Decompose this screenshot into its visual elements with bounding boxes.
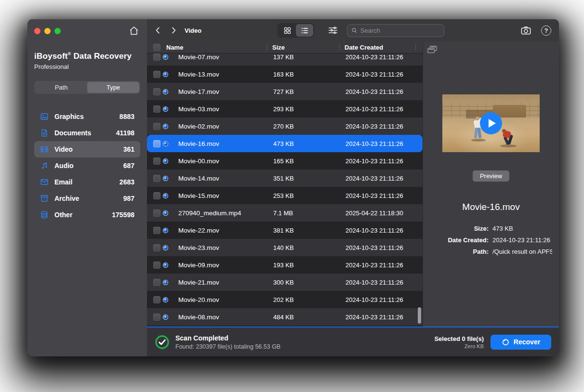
app-window: iBoysoft® Data Recovery Professional Pat… (27, 19, 559, 356)
sidebar-item-graphics[interactable]: Graphics8883 (34, 108, 140, 125)
row-checkbox[interactable] (153, 261, 160, 269)
file-date: 2024-10-23 21:11:26 (341, 53, 423, 61)
minimize-window-button[interactable] (44, 28, 51, 34)
search-box (347, 24, 444, 37)
row-checkbox[interactable] (153, 140, 160, 147)
table-row[interactable]: Movie-15.mov253 KB2024-10-23 21:11:26 (147, 187, 423, 204)
row-checkbox[interactable] (153, 71, 160, 78)
file-table: Name Size Date Created Movie-07.mov137 K… (147, 41, 423, 327)
row-checkbox[interactable] (153, 209, 160, 217)
row-checkbox[interactable] (153, 88, 160, 95)
documents-icon (40, 129, 49, 137)
detach-preview-icon[interactable] (427, 45, 438, 54)
row-checkbox[interactable] (153, 53, 160, 61)
column-header-size[interactable]: Size (267, 41, 340, 53)
table-row[interactable]: Movie-02.mov270 KB2024-10-23 21:11:26 (147, 118, 423, 135)
home-icon[interactable] (129, 26, 139, 36)
row-checkbox[interactable] (153, 314, 160, 321)
sidebar-item-audio[interactable]: Audio687 (34, 157, 140, 174)
filter-icon[interactable] (328, 25, 338, 36)
file-name: 270940_medium.mp4 (178, 209, 268, 217)
file-size: 351 KB (268, 175, 341, 182)
file-size: 484 KB (268, 314, 341, 321)
row-checkbox[interactable] (153, 123, 160, 130)
video-thumbnail[interactable] (442, 94, 540, 152)
file-size: 381 KB (268, 227, 341, 234)
table-row[interactable]: Movie-17.mov727 KB2024-10-23 21:11:26 (147, 83, 423, 100)
play-button[interactable] (480, 112, 502, 134)
row-checkbox[interactable] (153, 279, 160, 286)
file-date: 2024-10-23 21:11:26 (341, 296, 423, 303)
row-checkbox[interactable] (153, 227, 160, 234)
other-icon (40, 210, 49, 219)
file-date: 2024-10-23 21:11:26 (341, 140, 423, 147)
toolbar-right: ? (520, 25, 551, 36)
graphics-icon (40, 112, 49, 121)
sidebar-item-other[interactable]: Other175598 (34, 207, 140, 223)
row-checkbox[interactable] (153, 192, 160, 199)
table-row[interactable]: Movie-00.mov165 KB2024-10-23 21:11:26 (147, 152, 423, 170)
sidebar-item-label: Audio (54, 162, 123, 170)
table-row[interactable]: Movie-07.mov137 KB2024-10-23 21:11:26 (147, 53, 423, 65)
table-row[interactable]: 270940_medium.mp47.1 MB2025-04-22 11:18:… (147, 204, 423, 222)
file-size: 300 KB (268, 279, 341, 286)
tab-path[interactable]: Path (35, 82, 87, 93)
file-name: Movie-16.mov (178, 140, 268, 147)
file-details: Size:473 KBDate Created:2024-10-23 21:11… (423, 225, 559, 255)
column-header-name[interactable]: Name (165, 41, 267, 53)
table-row[interactable]: Movie-16.mov473 KB2024-10-23 21:11:26 (147, 135, 423, 152)
file-name: Movie-13.mov (178, 71, 268, 78)
grid-view-icon[interactable] (279, 24, 296, 37)
row-checkbox[interactable] (153, 244, 160, 251)
close-window-button[interactable] (34, 28, 40, 34)
select-all-checkbox[interactable] (153, 44, 160, 51)
tab-type[interactable]: Type (87, 82, 139, 93)
sidebar-item-archive[interactable]: Archive987 (34, 190, 140, 207)
row-checkbox[interactable] (153, 105, 160, 113)
detail-label: Path: (430, 248, 489, 255)
search-input[interactable] (360, 27, 440, 34)
row-checkbox[interactable] (153, 175, 160, 182)
row-checkbox[interactable] (153, 296, 160, 303)
preview-button[interactable]: Preview (473, 170, 509, 182)
file-name: Movie-21.mov (178, 279, 268, 286)
file-date: 2024-10-23 21:11:26 (341, 192, 423, 199)
forward-icon[interactable] (169, 26, 178, 35)
camera-icon[interactable] (520, 25, 531, 36)
path-type-switch: Path Type (34, 81, 140, 94)
file-name: Movie-14.mov (178, 175, 268, 182)
file-size: 253 KB (268, 192, 341, 199)
file-date: 2024-10-23 21:11:26 (341, 227, 423, 234)
sidebar-item-email[interactable]: Email2683 (34, 174, 140, 190)
table-row[interactable]: Movie-08.mov484 KB2024-10-23 21:11:26 (147, 308, 423, 326)
table-row[interactable]: Movie-20.mov202 KB2024-10-23 21:11:26 (147, 291, 423, 308)
person-crouching (499, 126, 517, 148)
table-row[interactable]: Movie-13.mov163 KB2024-10-23 21:11:26 (147, 65, 423, 83)
table-row[interactable]: Movie-21.mov300 KB2024-10-23 21:11:26 (147, 274, 423, 291)
row-checkbox[interactable] (153, 157, 160, 165)
help-icon[interactable]: ? (541, 26, 551, 36)
sidebar-item-video[interactable]: Video361 (34, 141, 140, 157)
list-view-icon[interactable] (296, 24, 313, 37)
zoom-window-button[interactable] (54, 28, 61, 34)
table-row[interactable]: Movie-14.mov351 KB2024-10-23 21:11:26 (147, 170, 423, 187)
history-nav (154, 26, 178, 35)
table-row[interactable]: Movie-23.mov140 KB2024-10-23 21:11:26 (147, 239, 423, 256)
back-icon[interactable] (154, 26, 162, 35)
sidebar-item-count: 2683 (119, 178, 134, 186)
table-row[interactable]: Movie-03.mov293 KB2024-10-23 21:11:26 (147, 100, 423, 118)
window-controls (34, 28, 140, 34)
scrollbar-thumb[interactable] (418, 307, 421, 324)
preview-file-name: Movie-16.mov (462, 202, 519, 212)
table-row[interactable]: Movie-09.mov193 KB2024-10-23 21:11:26 (147, 256, 423, 274)
file-date: 2024-10-23 21:11:26 (341, 314, 423, 321)
sidebar-item-count: 8883 (119, 113, 134, 120)
table-row[interactable]: Movie-22.mov381 KB2024-10-23 21:11:26 (147, 222, 423, 239)
recover-button[interactable]: Recover (491, 335, 551, 350)
sidebar-item-documents[interactable]: Documents41198 (34, 125, 140, 141)
detail-value: 473 KB (492, 225, 552, 232)
column-header-date[interactable]: Date Created (340, 41, 423, 53)
file-date: 2024-10-23 21:11:26 (341, 279, 423, 286)
file-name: Movie-08.mov (178, 314, 268, 321)
app-title: iBoysoft® Data Recovery (34, 52, 140, 61)
